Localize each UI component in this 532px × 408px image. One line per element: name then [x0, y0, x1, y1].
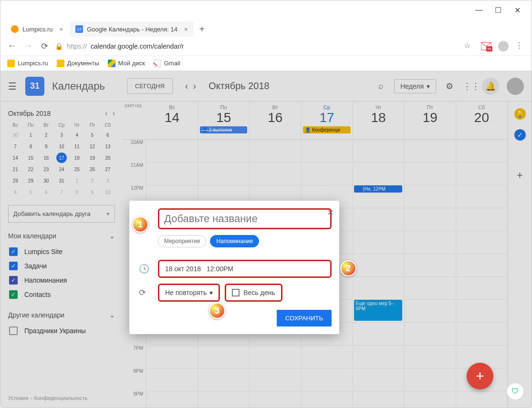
tab-reminder[interactable]: Напоминание [210, 235, 259, 247]
chevron-down-icon: ▾ [209, 289, 213, 296]
close-icon[interactable]: × [184, 26, 188, 33]
create-reminder-modal: × Мероприятие Напоминание 🕓 18 окт 2018 … [129, 201, 339, 334]
allday-checkbox[interactable]: Весь день [225, 284, 282, 302]
menu-icon[interactable]: ⋮ [515, 41, 526, 51]
repeat-dropdown[interactable]: Не повторять▾ [158, 284, 220, 302]
window-close[interactable]: ✕ [508, 3, 527, 17]
bookmarks-bar: Lumpics.ru Документы Мой диск Gmail [0, 56, 532, 71]
security-shield-icon[interactable]: 🛡 [507, 383, 524, 400]
address-bar: ← → ⟳ 🔒 https://calendar.google.com/cale… [0, 37, 532, 56]
close-icon[interactable]: × [60, 26, 63, 33]
new-tab-button[interactable]: + [195, 22, 210, 37]
window-controls: — ☐ ✕ [0, 0, 532, 20]
url-text: calendar.google.com/calendar/r [91, 42, 184, 50]
mail-extension-icon[interactable] [481, 42, 491, 51]
back-button[interactable]: ← [6, 41, 18, 51]
url-field[interactable]: 🔒 https://calendar.google.com/calendar/r [55, 42, 459, 50]
bookmark-docs[interactable]: Документы [57, 60, 99, 67]
datetime-field[interactable]: 18 окт 2018 12:00PM [158, 260, 332, 278]
url-protocol: https:// [67, 42, 87, 50]
browser-tab-2[interactable]: 17 Google Календарь - Неделя: 14 × [70, 21, 193, 37]
window-maximize[interactable]: ☐ [489, 3, 508, 17]
time-value: 12:00PM [207, 265, 233, 273]
lock-icon: 🔒 [55, 42, 63, 50]
window-minimize[interactable]: — [469, 3, 489, 17]
annotation-3: 3 [209, 303, 225, 319]
browser-tabstrip: Lumpics.ru × 17 Google Календарь - Недел… [0, 20, 532, 37]
tab-event[interactable]: Мероприятие [158, 235, 206, 247]
tab-label: Google Календарь - Неделя: 14 [87, 26, 177, 33]
checkbox-icon [232, 289, 240, 296]
bookmark-gmail[interactable]: Gmail [154, 60, 180, 67]
tab-label: Lumpics.ru [22, 26, 53, 33]
user-extension-icon[interactable] [498, 41, 509, 51]
create-fab[interactable]: + [467, 363, 493, 389]
clock-icon: 🕓 [139, 264, 149, 274]
close-button[interactable]: × [327, 206, 334, 219]
annotation-1: 1 [132, 216, 148, 233]
repeat-icon: ⟳ [139, 287, 146, 298]
forward-button[interactable]: → [22, 41, 34, 51]
annotation-2: 2 [340, 260, 356, 276]
reload-button[interactable]: ⟳ [39, 41, 50, 51]
lumpics-favicon [11, 25, 19, 33]
browser-tab-1[interactable]: Lumpics.ru × [5, 21, 69, 37]
bookmark-lumpics[interactable]: Lumpics.ru [7, 60, 48, 67]
date-value: 18 окт 2018 [165, 265, 201, 273]
bookmark-drive[interactable]: Мой диск [108, 60, 145, 67]
star-icon[interactable]: ☆ [464, 41, 474, 51]
title-input[interactable] [158, 208, 332, 229]
save-button[interactable]: СОХРАНИТЬ [277, 310, 332, 326]
gcal-favicon: 17 [75, 25, 83, 33]
